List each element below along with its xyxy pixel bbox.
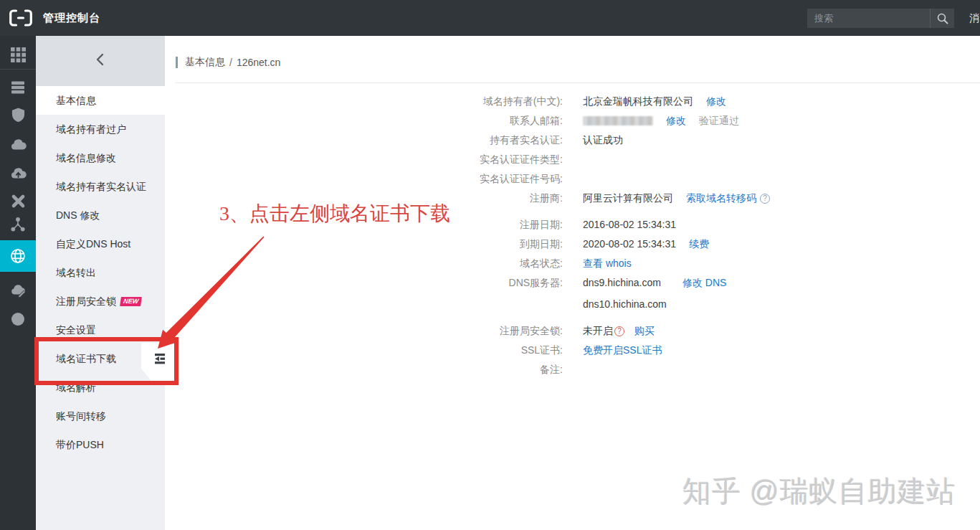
lock-status-value: 未开启 (583, 321, 613, 341)
row-contact-email: 联系人邮箱: 修改 验证通过 (165, 111, 980, 131)
search-input[interactable] (807, 13, 930, 24)
row-ssl-cert: SSL证书: 免费开启SSL证书 (165, 341, 980, 360)
sidebar-item-label: 注册局安全锁 (56, 295, 116, 307)
field-label: 持有者实名认证: (165, 131, 563, 150)
collapse-list-icon[interactable] (153, 353, 166, 368)
help-icon[interactable]: ? (614, 326, 624, 336)
row-holder-cn: 域名持有者(中文): 北京金瑞帆科技有限公司 修改 (165, 92, 980, 111)
dns2-value: dns10.hichina.com (583, 295, 667, 314)
domain-sidebar: 基本信息 域名持有者过户 域名信息修改 域名持有者实名认证 DNS 修改 自定义… (36, 36, 165, 530)
sidebar-collapse-button[interactable] (36, 36, 165, 86)
field-label: 注册局安全锁: (165, 321, 563, 341)
sidebar-item-label: 域名解析 (56, 382, 96, 393)
row-domain-status: 域名状态: 查看 whois (165, 254, 980, 273)
breadcrumb-section[interactable]: 基本信息 (185, 56, 225, 69)
email-verified-status: 验证通过 (699, 111, 739, 131)
sidebar-item-domain-transfer-out[interactable]: 域名转出 (36, 258, 165, 287)
sidebar-item-info-modify[interactable]: 域名信息修改 (36, 143, 165, 172)
cloud-edit-icon[interactable] (0, 276, 36, 305)
sidebar-item-priced-push[interactable]: 带价PUSH (36, 430, 165, 459)
sidebar-item-label: 账号间转移 (56, 410, 106, 422)
rail-divider (0, 69, 36, 70)
breadcrumb-domain: 126net.cn (237, 57, 281, 68)
sidebar-item-security-settings[interactable]: 安全设置 (36, 316, 165, 344)
field-label: 域名状态: (165, 254, 563, 273)
search-icon[interactable] (930, 9, 954, 28)
annotation-step-text: 3、点击左侧域名证书下载 (219, 200, 450, 227)
sidebar-item-dns-modify[interactable]: DNS 修改 (36, 201, 165, 229)
chevron-left-icon (93, 52, 108, 70)
transfer-code-link[interactable]: 索取域名转移码 (686, 189, 756, 208)
sidebar-item-label: DNS 修改 (56, 209, 100, 221)
row-remarks: 备注: (165, 360, 980, 379)
buy-link[interactable]: 购买 (634, 321, 655, 341)
realname-status-value: 认证成功 (583, 131, 623, 150)
breadcrumb-accent-bar (176, 57, 178, 68)
apps-grid-icon[interactable] (0, 40, 36, 69)
sidebar-item-label: 域名证书下载 (56, 353, 116, 364)
sidebar-item-registry-lock[interactable]: 注册局安全锁NEW (36, 287, 165, 316)
watermark: 知乎 @瑞蚁自助建站 (682, 472, 956, 511)
modify-link[interactable]: 修改 (706, 92, 726, 111)
sidebar-item-custom-dns-host[interactable]: 自定义DNS Host (36, 229, 165, 258)
console-screen: 管理控制台 消 (0, 0, 980, 530)
sidebar-item-realname-auth[interactable]: 域名持有者实名认证 (36, 172, 165, 201)
sidebar-item-domain-resolution[interactable]: 域名解析 (36, 373, 165, 402)
sidebar-item-label: 域名持有者过户 (56, 123, 126, 135)
modify-dns-link[interactable]: 修改 DNS (682, 273, 726, 293)
sidebar-item-label: 自定义DNS Host (56, 238, 130, 250)
row-expire-date: 到期日期: 2020-08-02 15:34:31 续费 (165, 235, 980, 254)
globe-icon-active[interactable] (0, 240, 36, 272)
shield-icon[interactable] (0, 100, 36, 129)
renew-link[interactable]: 续费 (689, 235, 709, 254)
breadcrumb: 基本信息 / 126net.cn (176, 56, 280, 69)
console-title: 管理控制台 (43, 0, 100, 36)
sidebar-item-label: 带价PUSH (56, 439, 104, 450)
redacted-email-value (583, 116, 653, 126)
field-label: SSL证书: (165, 341, 563, 360)
row-registry-lock: 注册局安全锁: 未开启 ? 购买 (165, 321, 980, 341)
breadcrumb-separator: / (229, 57, 232, 68)
row-cert-type: 实名认证证件类型: (165, 150, 980, 169)
detail-rows: 域名持有者(中文): 北京金瑞帆科技有限公司 修改 联系人邮箱: 修改 验证通过… (165, 92, 980, 379)
holder-name-value: 北京金瑞帆科技有限公司 (583, 92, 693, 111)
content-divider (175, 82, 980, 83)
topbar: 管理控制台 消 (0, 0, 980, 36)
field-label: 实名认证证件号码: (165, 169, 563, 189)
field-label: 联系人邮箱: (165, 111, 563, 131)
main-content: 基本信息 / 126net.cn 域名持有者(中文): 北京金瑞帆科技有限公司 … (165, 36, 980, 530)
field-label: 备注: (165, 360, 563, 379)
cloud-arrow-icon[interactable] (0, 159, 36, 188)
network-nodes-icon[interactable] (0, 210, 36, 239)
field-label: 到期日期: (165, 235, 563, 254)
register-date-value: 2016-08-02 15:34:31 (583, 215, 676, 235)
sidebar-item-basic-info[interactable]: 基本信息 (36, 86, 165, 115)
cloud-icon[interactable] (0, 131, 36, 159)
icon-rail (0, 36, 36, 530)
sidebar-item-holder-transfer[interactable]: 域名持有者过户 (36, 115, 165, 143)
sidebar-item-account-transfer[interactable]: 账号间转移 (36, 402, 165, 430)
aliyun-logo-icon[interactable] (9, 9, 33, 30)
dns1-value: dns9.hichina.com (583, 273, 661, 293)
sidebar-item-label: 域名信息修改 (56, 152, 116, 164)
row-realname-status: 持有者实名认证: 认证成功 (165, 131, 980, 150)
modify-email-link[interactable]: 修改 (666, 111, 686, 131)
sidebar-item-label: 基本信息 (56, 95, 96, 106)
sidebar-item-label: 安全设置 (56, 324, 96, 336)
topbar-search (807, 9, 954, 28)
row-dns-server-2: dns10.hichina.com (165, 295, 980, 314)
registrar-value: 阿里云计算有限公司 (583, 189, 673, 208)
server-icon[interactable] (0, 73, 36, 102)
expire-date-value: 2020-08-02 15:34:31 (583, 235, 676, 254)
ssl-free-link[interactable]: 免费开启SSL证书 (583, 341, 662, 360)
field-label: 实名认证证件类型: (165, 150, 563, 169)
help-icon[interactable]: ? (760, 194, 770, 204)
new-badge: NEW (120, 297, 142, 306)
sidebar-item-label: 域名转出 (56, 267, 96, 278)
sidebar-item-label: 域名持有者实名认证 (56, 181, 146, 192)
field-label: DNS服务器: (165, 273, 563, 293)
messages-link[interactable]: 消 (969, 0, 980, 36)
whois-link[interactable]: 查看 whois (583, 254, 632, 273)
row-dns-server-1: DNS服务器: dns9.hichina.com 修改 DNS (165, 273, 980, 293)
circle-icon[interactable] (0, 305, 36, 333)
